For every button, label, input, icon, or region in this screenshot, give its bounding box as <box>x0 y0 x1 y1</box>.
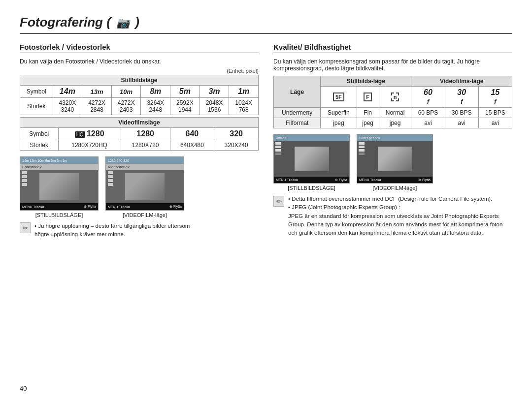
qual-sym-60f: 60f <box>411 87 445 108</box>
sym-10m: 10m <box>111 86 141 98</box>
page-number: 40 <box>20 385 27 392</box>
page-title: Fotografering ( 📷 ) <box>20 15 139 30</box>
filformat-jpeg3: jpeg <box>379 118 411 128</box>
left-screenshots: 14m 13m 10m 8m 5m 3m 1m Fotostorlek <box>20 156 259 218</box>
right-note-text: • Detta filformat överensstämmer med DCF… <box>288 195 512 237</box>
left-section-title: Fotostorlek / Videostorlek <box>20 43 259 53</box>
videofilm-lage-header: Videofilms-läge <box>411 76 512 87</box>
unit-label: (Enhet: pixel) <box>20 68 259 74</box>
qual-sym-15f: 15f <box>478 87 512 108</box>
main-content: Fotostorlek / Videostorlek Du kan välja … <box>20 43 512 386</box>
qual-sym-n: n <box>379 87 411 108</box>
stillbild-symbol-row: Symbol 14m 13m 10m 8m 5m 3m 1m <box>20 86 259 98</box>
video-screen: 1280 640 320 Videostorlek <box>105 156 184 211</box>
title-text: Fotografering ( <box>20 15 111 30</box>
camera-icon: 📷 <box>116 17 130 29</box>
left-screenshot-still: 14m 13m 10m 8m 5m 3m 1m Fotostorlek <box>20 156 99 218</box>
right-still-caption: [STILLBILDSLÄGE] <box>288 185 335 191</box>
right-section-title: Kvalitet/ Bildhastighet <box>273 43 512 53</box>
vid-hq-badge: HQ <box>75 131 85 138</box>
left-column: Fotostorlek / Videostorlek Du kan välja … <box>20 43 259 386</box>
right-video-caption: [VIDEOFILM-läge] <box>373 185 417 191</box>
undermeny-60bps: 60 BPS <box>411 108 445 118</box>
sym-5m: 5m <box>170 86 200 98</box>
undermeny-30bps: 30 BPS <box>445 108 478 118</box>
undermeny-label: Undermeny <box>274 108 321 118</box>
right-screenshot-video: Bilder per sek <box>357 134 433 191</box>
video-caption: [VIDEOFILM-läge] <box>123 212 167 218</box>
page-header: Fotografering ( 📷 ) <box>20 15 512 34</box>
undermeny-15bps: 15 BPS <box>478 108 512 118</box>
lage-header: Läge <box>274 76 321 108</box>
filformat-label: Filformat <box>274 118 321 128</box>
sym-n-box: n <box>391 93 399 101</box>
sym-14m: 14m <box>53 86 82 98</box>
qual-sym-5f: 5F <box>321 87 357 108</box>
video-size-row: Storlek 1280X720HQ 1280X720 640X480 320X… <box>20 140 259 151</box>
vid-sym-1280hq: HQ 1280 <box>58 128 121 140</box>
still-caption: [STILLBILDSLÄGE] <box>35 212 83 218</box>
left-note-text: • Ju högre upplösning – desto färre till… <box>34 222 190 239</box>
sym-13m: 13m <box>82 86 112 98</box>
video-symbol-header: Symbol <box>20 128 59 140</box>
vid-sym-1280: 1280 <box>121 128 170 140</box>
right-video-screen: Bilder per sek <box>357 134 433 184</box>
left-screenshot-video: 1280 640 320 Videostorlek <box>105 156 184 218</box>
stillbild-size-row: Storlek 4320X3240 4272X2848 4272X2403 32… <box>20 98 259 115</box>
storlek-header: Storlek <box>20 98 53 115</box>
video-table: Videofilmsläge Symbol HQ 1280 1280 640 3… <box>20 117 259 151</box>
qual-header-row: Läge Stillbilds-läge Videofilms-läge <box>274 76 512 87</box>
qual-filformat-row: Filformat jpeg jpeg jpeg avi avi avi <box>274 118 512 128</box>
right-screenshot-still: Kvaläal <box>273 134 350 191</box>
stillbild-lage-header: Stillbilds-läge <box>321 76 411 87</box>
page-container: Fotografering ( 📷 ) Fotostorlek / Videos… <box>20 15 512 386</box>
filformat-avi2: avi <box>445 118 478 128</box>
filformat-jpeg2: jpeg <box>357 118 379 128</box>
undermeny-fin: Fin <box>357 108 379 118</box>
right-column: Kvalitet/ Bildhastighet Du kan välja den… <box>273 43 512 386</box>
video-symbol-row: Symbol HQ 1280 1280 640 320 <box>20 128 259 140</box>
vid-sym-320: 320 <box>214 128 259 140</box>
title-suffix: ) <box>135 15 139 30</box>
filformat-avi3: avi <box>478 118 512 128</box>
filformat-jpeg1: jpeg <box>321 118 357 128</box>
right-notes: ✏ • Detta filformat överensstämmer med D… <box>273 195 512 237</box>
qual-sym-30f: 30f <box>445 87 478 108</box>
stillbild-table: Stillbildsläge Symbol 14m 13m 10m 8m 5m … <box>20 75 259 115</box>
qual-undermeny-row: Undermeny Superfin Fin Normal 60 BPS 30 … <box>274 108 512 118</box>
video-storlek-header: Storlek <box>20 140 59 151</box>
left-note: ✏ • Ju högre upplösning – desto färre ti… <box>20 222 259 239</box>
undermeny-normal: Normal <box>379 108 411 118</box>
note-icon-left: ✏ <box>20 222 31 233</box>
sym-f-box: F <box>364 93 372 101</box>
right-intro: Du kan välja den kompressionsgrad som pa… <box>273 58 512 72</box>
note-icon-right: ✏ <box>273 196 284 207</box>
sym-8m: 8m <box>141 86 170 98</box>
qual-sym-f: F <box>357 87 379 108</box>
filformat-avi1: avi <box>411 118 445 128</box>
still-screen: 14m 13m 10m 8m 5m 3m 1m Fotostorlek <box>20 156 99 211</box>
right-screenshots: Kvaläal <box>273 134 512 191</box>
sym-1m: 1m <box>229 86 259 98</box>
right-still-screen: Kvaläal <box>273 134 350 184</box>
stillbild-label: Stillbildsläge <box>20 75 259 86</box>
left-intro: Du kan välja den Fotostorlek / Videostor… <box>20 58 259 65</box>
sym-3m: 3m <box>200 86 229 98</box>
quality-table: Läge Stillbilds-läge Videofilms-läge 5F … <box>273 76 512 128</box>
vid-sym-640: 640 <box>170 128 214 140</box>
undermeny-superfin: Superfin <box>321 108 357 118</box>
video-label: Videofilmsläge <box>20 118 259 128</box>
symbol-header: Symbol <box>20 86 53 98</box>
sym-5f-box: 5F <box>333 93 344 101</box>
